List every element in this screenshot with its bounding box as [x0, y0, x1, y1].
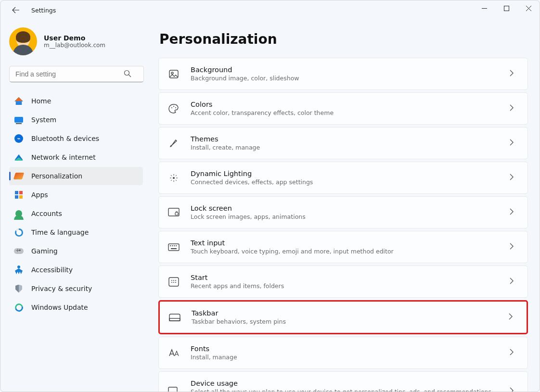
nav-label: Bluetooth & devices: [31, 135, 99, 142]
palette-icon: [167, 102, 180, 115]
nav-label: Time & language: [31, 228, 89, 236]
card-desc: Taskbar behaviors, system pins: [192, 318, 508, 325]
svg-point-3: [171, 72, 173, 74]
card-desc: Install, create, manage: [191, 144, 509, 151]
start-menu-icon: [167, 276, 180, 288]
card-fonts[interactable]: FontsInstall, manage: [158, 337, 528, 369]
clock-icon: [14, 228, 24, 237]
gamepad-icon: [14, 246, 24, 256]
wifi-icon: [14, 152, 24, 162]
nav-label: Apps: [31, 191, 48, 199]
card-desc: Background image, color, slideshow: [191, 75, 509, 82]
svg-rect-13: [174, 245, 175, 246]
svg-point-22: [175, 282, 176, 283]
user-email: m__lab@outlook.com: [44, 42, 105, 49]
nav-item-accessibility[interactable]: Accessibility: [9, 261, 143, 279]
nav-label: Home: [31, 97, 51, 105]
svg-rect-10: [168, 244, 179, 251]
svg-point-7: [173, 177, 175, 179]
search-box[interactable]: [9, 66, 143, 82]
nav-label: Accounts: [31, 210, 62, 217]
card-taskbar[interactable]: TaskbarTaskbar behaviors, system pins: [158, 300, 528, 334]
chevron-right-icon: [508, 313, 517, 322]
brush-icon: [14, 171, 24, 181]
nav-label: Personalization: [31, 172, 82, 180]
update-icon: [14, 303, 24, 312]
nav-label: Gaming: [31, 247, 58, 255]
device-check-icon: [167, 385, 180, 392]
nav-item-update[interactable]: Windows Update: [9, 298, 143, 316]
card-desc: Install, manage: [191, 354, 509, 361]
sidebar: User Demo m__lab@outlook.com Home System…: [0, 20, 150, 392]
chevron-right-icon: [509, 348, 518, 357]
card-title: Fonts: [191, 345, 509, 353]
settings-list: BackgroundBackground image, color, slide…: [158, 58, 528, 392]
svg-rect-0: [504, 6, 509, 11]
nav-item-network[interactable]: Network & internet: [9, 148, 143, 166]
window-controls: [473, 0, 540, 16]
avatar: [9, 27, 37, 55]
nav-item-system[interactable]: System: [9, 111, 143, 129]
svg-point-6: [175, 107, 176, 108]
card-text-input[interactable]: Text inputTouch keyboard, voice typing, …: [158, 231, 528, 263]
nav-item-time[interactable]: Time & language: [9, 223, 143, 241]
card-dynamic-lighting[interactable]: Dynamic LightingConnected devices, effec…: [158, 162, 528, 194]
close-button[interactable]: [517, 0, 540, 16]
maximize-icon: [504, 6, 509, 11]
minimize-button[interactable]: [473, 0, 495, 16]
svg-point-20: [171, 282, 172, 283]
nav-item-accounts[interactable]: Accounts: [9, 204, 143, 223]
card-device-usage[interactable]: Device usageSelect all the ways you plan…: [158, 371, 528, 392]
nav-item-bluetooth[interactable]: ⌁Bluetooth & devices: [9, 129, 143, 148]
chevron-right-icon: [509, 104, 518, 113]
nav-item-gaming[interactable]: Gaming: [9, 242, 143, 260]
maximize-button[interactable]: [495, 0, 517, 16]
picture-icon: [167, 68, 180, 80]
svg-rect-24: [169, 318, 180, 321]
nav-item-apps[interactable]: Apps: [9, 186, 143, 204]
sparkle-icon: [167, 172, 180, 184]
svg-rect-25: [168, 387, 177, 392]
card-colors[interactable]: ColorsAccent color, transparency effects…: [158, 92, 528, 125]
svg-point-18: [173, 280, 174, 281]
lock-screen-icon: [167, 206, 180, 219]
apps-icon: [14, 190, 24, 200]
svg-rect-2: [169, 70, 178, 78]
home-icon: [14, 96, 24, 106]
nav-list: Home System ⌁Bluetooth & devices Network…: [9, 92, 143, 316]
card-start[interactable]: StartRecent apps and items, folders: [158, 266, 528, 298]
card-background[interactable]: BackgroundBackground image, color, slide…: [158, 58, 528, 90]
card-desc: Accent color, transparency effects, colo…: [191, 109, 509, 116]
nav-item-personalization[interactable]: Personalization: [9, 167, 143, 185]
system-icon: [14, 115, 24, 125]
svg-rect-11: [170, 245, 171, 246]
back-button[interactable]: [10, 4, 22, 16]
user-block[interactable]: User Demo m__lab@outlook.com: [9, 27, 143, 55]
svg-point-19: [175, 280, 176, 281]
svg-rect-23: [169, 314, 180, 321]
nav-item-privacy[interactable]: Privacy & security: [9, 279, 143, 298]
nav-label: System: [31, 116, 56, 124]
nav-item-home[interactable]: Home: [9, 92, 143, 110]
svg-point-1: [125, 71, 129, 76]
nav-label: Windows Update: [31, 303, 88, 311]
svg-rect-9: [175, 213, 178, 215]
chevron-right-icon: [509, 69, 518, 78]
chevron-right-icon: [509, 173, 518, 182]
taskbar-icon: [168, 311, 181, 324]
card-title: Device usage: [191, 379, 509, 387]
fonts-icon: [167, 347, 180, 359]
close-icon: [526, 6, 531, 11]
chevron-right-icon: [509, 387, 518, 392]
bluetooth-icon: ⌁: [14, 134, 24, 143]
keyboard-icon: [167, 241, 180, 253]
card-lock-screen[interactable]: Lock screenLock screen images, apps, ani…: [158, 196, 528, 228]
card-themes[interactable]: ThemesInstall, create, manage: [158, 127, 528, 159]
svg-point-21: [173, 282, 174, 283]
svg-point-17: [171, 280, 172, 281]
card-title: Themes: [191, 135, 509, 143]
chevron-right-icon: [509, 139, 518, 148]
chevron-right-icon: [509, 242, 518, 252]
main-content: Personalization BackgroundBackground ima…: [150, 20, 540, 392]
nav-label: Privacy & security: [31, 285, 92, 292]
